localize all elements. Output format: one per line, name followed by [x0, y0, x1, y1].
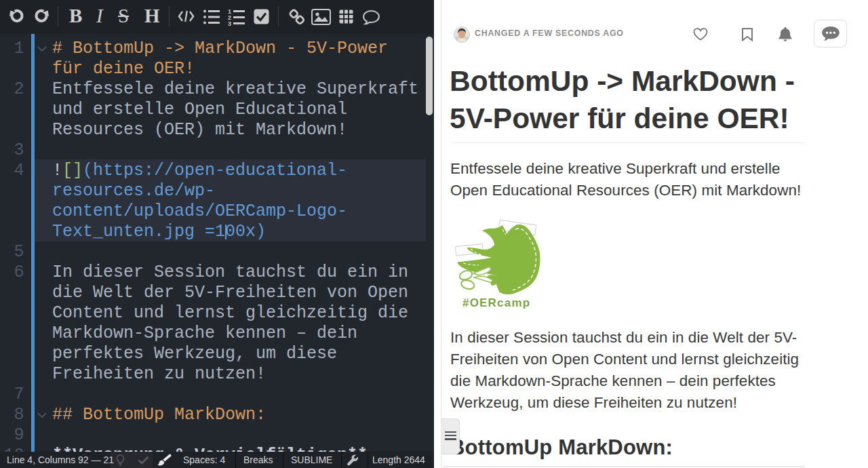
svg-text:#OERcamp: #OERcamp: [462, 296, 530, 309]
svg-text:3: 3: [228, 20, 231, 26]
